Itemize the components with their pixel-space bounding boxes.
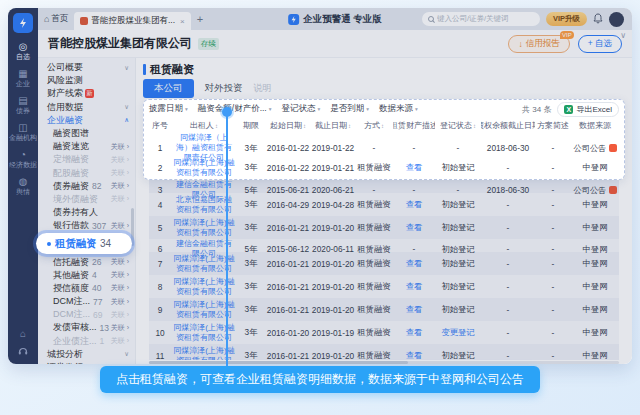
horizontal-scrollbar[interactable]	[149, 361, 619, 364]
related-link[interactable]: 关联 ›	[111, 297, 129, 307]
close-tab-icon[interactable]: ×	[180, 17, 185, 26]
sort-icon: ↕	[303, 123, 306, 129]
filter-bar: 披露日期▾融资金额/财产价...▾登记状态▾是否到期▾数据来源▾ 共 34 条 …	[149, 100, 619, 118]
export-excel-button[interactable]: X 导出Excel	[557, 102, 619, 117]
user-avatar[interactable]	[609, 12, 624, 27]
related-link[interactable]: 关联 ›	[111, 323, 129, 333]
cell-method: -	[355, 143, 393, 153]
cell-desc-view-link[interactable]: 查看	[393, 281, 435, 292]
cell-desc-view-link[interactable]: 查看	[393, 258, 435, 269]
filter-融资金额/财产价...[interactable]: 融资金额/财产价...▾	[198, 103, 272, 115]
rail-item-债券[interactable]: ▤债券	[9, 96, 37, 115]
sidebar-item-信托融资[interactable]: 信托融资26关联 ›	[38, 255, 135, 268]
support-headset-icon[interactable]	[18, 346, 28, 358]
sidebar-item-定增融资[interactable]: 定增融资关联 ›	[38, 153, 135, 166]
search-input[interactable]: 键入公司/证券/关键词	[422, 12, 540, 26]
related-link[interactable]: 关联 ›	[111, 142, 129, 152]
tab-outbound-investment[interactable]: 对外投资	[205, 82, 243, 95]
related-link[interactable]: 关联 ›	[111, 168, 129, 178]
rail-item-舆情[interactable]: ◍舆情	[9, 177, 37, 196]
filter-披露日期[interactable]: 披露日期▾	[149, 103, 188, 115]
related-link[interactable]: 关联 ›	[111, 181, 129, 191]
sidebar-item-DCM注...[interactable]: DCM注...69关联 ›	[38, 308, 135, 321]
chevron-down-icon[interactable]: ∨	[620, 31, 626, 40]
sidebar-item-其他融资[interactable]: 其他融资4关联 ›	[38, 269, 135, 282]
cell-method: 租赁融资	[355, 304, 393, 315]
cell-balance-date: 2018-06-30	[481, 143, 535, 153]
sidebar-item-城投分析[interactable]: 城投分析∨	[38, 348, 135, 361]
add-watchlist-button[interactable]: + 自选	[578, 35, 622, 53]
column-header-登记状态[interactable]: 登记状态↕	[435, 120, 481, 131]
new-tab-button[interactable]: +	[197, 14, 203, 25]
related-link[interactable]: 关联 ›	[111, 336, 129, 346]
filter-是否到期[interactable]: 是否到期▾	[330, 103, 369, 115]
app-logo[interactable]	[13, 13, 33, 33]
vip-upgrade-button[interactable]: VIP升级	[546, 12, 587, 26]
sidebar-item-融资速览[interactable]: 融资速览关联 ›	[38, 140, 135, 153]
sidebar-item-风险监测[interactable]: 风险监测	[38, 74, 135, 87]
scrollbar-thumb[interactable]	[149, 361, 408, 364]
column-header-截止日期[interactable]: 截止日期↕	[311, 120, 355, 131]
sidebar-item-证券发行[interactable]: 证券发行∨	[38, 361, 135, 364]
cell-end-date: 2019-01-21	[311, 163, 355, 173]
column-header-起始日期[interactable]: 起始日期↕	[265, 120, 311, 131]
filter-登记状态[interactable]: 登记状态▾	[281, 103, 320, 115]
sidebar-item-境外债融资[interactable]: 境外债融资关联 ›	[38, 193, 135, 206]
cell-desc-view-link[interactable]: 查看	[393, 199, 435, 210]
related-link[interactable]: 关联 ›	[111, 221, 129, 231]
sidebar-item-企业债注...[interactable]: 企业债注...1关联 ›	[38, 335, 135, 348]
sidebar-item-label: 信用数据	[47, 101, 83, 114]
related-link[interactable]: 关联 ›	[111, 257, 129, 267]
cell-status: 初始登记	[435, 258, 481, 269]
filter-数据来源[interactable]: 数据来源▾	[379, 103, 418, 115]
cell-term: 3年	[237, 258, 265, 269]
column-label: 起始日期	[270, 120, 302, 131]
sidebar-item-配股融资[interactable]: 配股融资关联 ›	[38, 167, 135, 180]
cell-term: 3年	[237, 304, 265, 315]
sidebar-item-授信额度[interactable]: 授信额度40关联 ›	[38, 282, 135, 295]
brand-icon	[288, 14, 299, 25]
cell-balance-date: -	[481, 244, 535, 254]
credit-report-button[interactable]: ↓ 信用报告 VIP	[508, 35, 569, 53]
caret-down-icon: ▾	[185, 106, 188, 112]
sidebar-item-财产线索[interactable]: 财产线索新	[38, 87, 135, 100]
rail-item-企业[interactable]: ▦企业	[9, 69, 37, 88]
cell-desc-view-link[interactable]: 查看	[393, 350, 435, 360]
column-label: 期限	[243, 120, 259, 131]
bell-icon[interactable]	[593, 10, 603, 28]
sidebar-item-融资图谱[interactable]: 融资图谱	[38, 127, 135, 140]
related-link[interactable]: 关联 ›	[111, 194, 129, 204]
sidebar-item-发债审核...[interactable]: 发债审核...13关联 ›	[38, 321, 135, 334]
cell-desc-view-link[interactable]: 查看	[393, 222, 435, 233]
home-icon[interactable]: ⌂	[20, 329, 26, 339]
cell-desc-view-link[interactable]: 查看	[393, 327, 435, 338]
tab-home[interactable]: ⌂ 首页	[44, 13, 68, 25]
sidebar-item-债券持有人[interactable]: 债券持有人	[38, 206, 135, 219]
related-link[interactable]: 关联 ›	[111, 310, 129, 320]
sidebar-item-债券融资[interactable]: 债券融资82关联 ›	[38, 180, 135, 193]
rail-item-经济数据[interactable]: ◔经济数据	[9, 150, 37, 169]
rail-item-自选[interactable]: ◎自选	[9, 42, 37, 61]
cell-method: 租赁融资	[355, 199, 393, 210]
column-header-方式[interactable]: 方式↕	[355, 120, 393, 131]
table-row: 3建信金融租赁有限公司5年2015-06-212020-06-21---2018…	[149, 180, 619, 193]
tab-this-company[interactable]: 本公司	[143, 79, 194, 98]
sidebar-item-DCM注...[interactable]: DCM注...77关联 ›	[38, 295, 135, 308]
sidebar-item-租赁融资[interactable]: 租赁融资34	[36, 233, 132, 254]
cell-desc-view-link[interactable]: 查看	[393, 162, 435, 173]
rail-item-金融机构[interactable]: ◫金融机构	[9, 123, 37, 142]
rail-items: ◎自选▦企业▤债券◫金融机构◔经济数据◍舆情	[9, 42, 37, 204]
related-link[interactable]: 关联 ›	[111, 283, 129, 293]
sidebar-item-银行借款[interactable]: 银行借款307关联 ›	[38, 219, 135, 232]
sidebar-item-企业融资[interactable]: 企业融资∧	[38, 114, 135, 127]
table-row: 8同煤漳泽(上海)融资租赁有限公司3年2016-01-212019-01-20租…	[149, 275, 619, 298]
sidebar-item-公司概要[interactable]: 公司概要∨	[38, 61, 135, 74]
cell-desc-view-link[interactable]: 查看	[393, 304, 435, 315]
tab-company[interactable]: 晋能控股煤业集团有... ×	[74, 12, 190, 30]
bullet-dot	[47, 242, 51, 246]
sidebar-item-信用数据[interactable]: 信用数据∨	[38, 101, 135, 114]
related-link[interactable]: 关联 ›	[111, 270, 129, 280]
related-link[interactable]: 关联 ›	[111, 155, 129, 165]
cell-balance-date: -	[481, 163, 535, 173]
cell-status: 变更登记	[435, 327, 481, 338]
